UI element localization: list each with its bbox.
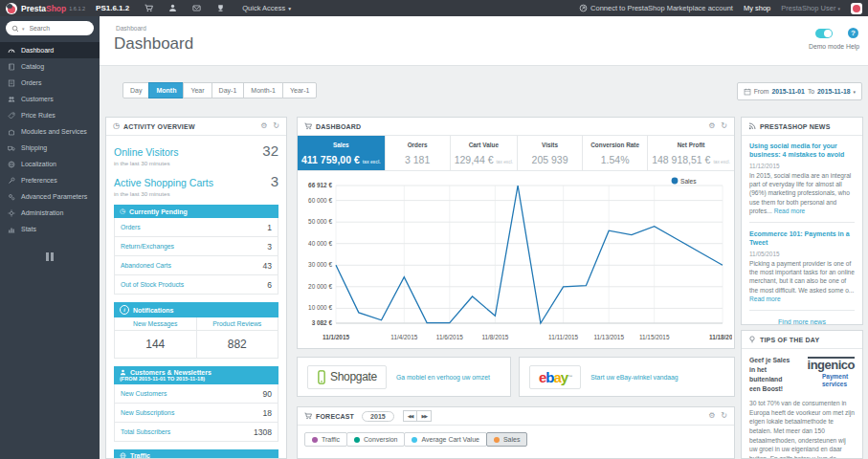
total-subscribers-link[interactable]: Total Subscribers xyxy=(121,428,170,435)
range-day-button[interactable]: Day xyxy=(122,82,149,98)
info-icon: i xyxy=(120,305,129,315)
range-day-1-button[interactable]: Day-1 xyxy=(211,82,245,98)
sales-chart: 3 082 €10 000 €20 000 €30 000 €40 000 €5… xyxy=(298,172,732,348)
quick-access-menu[interactable]: Quick Access ▼ xyxy=(242,4,292,12)
shopgate-link[interactable]: Ga mobiel en verhoog uw omzet xyxy=(396,374,490,381)
svg-text:11/4/2015: 11/4/2015 xyxy=(390,334,417,340)
kpi-orders[interactable]: Orders 3 181 xyxy=(386,136,451,170)
sidebar-item-stats[interactable]: Stats xyxy=(0,221,100,237)
sidebar-item-modules[interactable]: Modules and Services xyxy=(0,123,100,140)
pending-orders-link[interactable]: Orders xyxy=(121,224,141,230)
prestashop-logo-icon xyxy=(6,3,17,14)
product-reviews-link[interactable]: Product Reviews xyxy=(197,317,278,331)
forecast-year-pill[interactable]: 2015 xyxy=(362,411,394,422)
forecast-prev-button[interactable]: ◀◀ xyxy=(403,410,418,422)
topbar: PrestaShop 1.6.1.2 PS1.6.1.2 Quick Acces… xyxy=(0,0,868,16)
page: Dashboard Dashboard Demo mode ? Help Day… xyxy=(100,16,868,459)
new-messages-link[interactable]: New Messages xyxy=(115,317,196,331)
marketplace-connect-link[interactable]: Connect to PrestaShop Marketplace accoun… xyxy=(579,4,733,12)
ingenico-brand-text: ingenico xyxy=(808,357,855,372)
kpi-cart-value[interactable]: Cart Value 129,44 € tax excl. xyxy=(451,136,518,170)
notifications-section: i Notifications New Messages 144 Product… xyxy=(114,302,278,359)
activity-panel-title: ACTIVITY OVERVIEW xyxy=(123,123,195,130)
sidebar-item-label: Catalog xyxy=(21,63,44,70)
sidebar-item-localization[interactable]: Localization xyxy=(0,156,100,172)
date-to-value: 2015-11-18 xyxy=(817,88,850,95)
gear-icon xyxy=(8,209,15,217)
kpi-visits[interactable]: Visits 205 939 xyxy=(518,136,583,170)
sidebar-search[interactable]: ▾ xyxy=(6,21,94,35)
traffic-section: Traffic (FROM 2015-11-01 TO 2015-11-18) … xyxy=(114,449,278,459)
messages-icon[interactable] xyxy=(192,4,201,12)
ebay-link[interactable]: Start uw eBay-winkel vandaag xyxy=(590,374,678,381)
help-label: Help xyxy=(846,43,859,50)
kpi-conversion-rate[interactable]: Conversion Rate 1.54% xyxy=(583,136,648,170)
abandoned-carts-link[interactable]: Abandoned Carts xyxy=(121,262,171,269)
user-menu[interactable]: PrestaShop User ▾ xyxy=(781,4,840,12)
search-scope-caret[interactable]: ▾ xyxy=(22,26,25,32)
sidebar-item-advanced-parameters[interactable]: Advanced Parameters xyxy=(0,188,100,205)
sidebar-item-preferences[interactable]: Preferences xyxy=(0,172,100,188)
user-avatar[interactable] xyxy=(851,3,862,14)
read-more-link[interactable]: Read more xyxy=(774,208,806,214)
toggle-conversion[interactable]: Conversion xyxy=(346,432,405,447)
sidebar-item-price-rules[interactable]: Price Rules xyxy=(0,107,100,123)
sidebar-item-label: Administration xyxy=(21,209,63,216)
kpi-row: Sales 411 759,00 € tax excl. Orders 3 18… xyxy=(298,136,734,171)
svg-text:Sales: Sales xyxy=(680,178,697,185)
dashboard-panel: DASHBOARD ⚙↻ Sales 411 759,00 € tax excl… xyxy=(297,117,735,349)
date-range-picker[interactable]: From 2015-11-01 To 2015-11-18 ▾ xyxy=(737,82,862,100)
help-icon[interactable]: ? xyxy=(848,28,858,38)
news-panel-header: PRESTASHOP NEWS xyxy=(742,118,862,136)
range-month-button[interactable]: Month xyxy=(148,82,184,98)
sales-dot-icon xyxy=(494,437,500,443)
sidebar-item-dashboard[interactable]: Dashboard xyxy=(0,42,100,58)
news-item-title-link[interactable]: Ecommerce 101: Payments in a Tweet xyxy=(749,230,855,248)
sidebar: ▾ Dashboard Catalog Orders Customers Pri… xyxy=(0,16,100,459)
active-carts-link[interactable]: Active Shopping Carts xyxy=(114,177,213,188)
kpi-net-profit[interactable]: Net Profit 148 918,51 € tax excl. xyxy=(648,136,734,170)
svg-text:11/8/2015: 11/8/2015 xyxy=(481,334,508,340)
search-input[interactable] xyxy=(28,24,79,33)
toggle-average-cart-value[interactable]: Average Cart Value xyxy=(404,432,486,447)
demo-mode-toggle[interactable] xyxy=(815,29,833,38)
sidebar-item-orders[interactable]: Orders xyxy=(0,75,100,91)
range-year-1-button[interactable]: Year-1 xyxy=(282,82,317,98)
panel-refresh-icon[interactable]: ↻ xyxy=(721,122,727,130)
my-shop-link[interactable]: My shop xyxy=(744,4,770,12)
range-year-button[interactable]: Year xyxy=(183,82,211,98)
panel-settings-icon[interactable]: ⚙ xyxy=(708,122,715,130)
toggle-traffic[interactable]: Traffic xyxy=(304,432,347,447)
news-item-title-link[interactable]: Using social media for your business: 4 … xyxy=(749,142,855,160)
new-customers-link[interactable]: New Customers xyxy=(121,390,167,397)
sidebar-collapse-button[interactable] xyxy=(44,252,56,261)
out-of-stock-link[interactable]: Out of Stock Products xyxy=(121,281,184,288)
kpi-sales[interactable]: Sales 411 759,00 € tax excl. xyxy=(298,136,386,170)
cart-icon[interactable] xyxy=(145,4,153,12)
trophy-icon[interactable] xyxy=(216,4,225,12)
sidebar-item-administration[interactable]: Administration xyxy=(0,205,100,221)
pending-returns-link[interactable]: Return/Exchanges xyxy=(121,243,174,250)
sidebar-item-customers[interactable]: Customers xyxy=(0,91,100,107)
read-more-link[interactable]: Read more xyxy=(749,295,781,302)
date-from-label: From xyxy=(754,88,769,95)
svg-text:20 000 €: 20 000 € xyxy=(308,283,332,290)
new-subscriptions-link[interactable]: New Subscriptions xyxy=(121,409,174,416)
forecast-next-button[interactable]: ▶▶ xyxy=(416,410,432,422)
range-month-1-button[interactable]: Month-1 xyxy=(243,82,283,98)
sidebar-item-catalog[interactable]: Catalog xyxy=(0,58,100,75)
panel-refresh-icon[interactable]: ↻ xyxy=(273,122,279,130)
sidebar-item-label: Price Rules xyxy=(21,112,56,119)
search-icon xyxy=(11,25,19,33)
find-more-news-link[interactable]: Find more news xyxy=(749,318,855,325)
currently-pending-section: ◷ Currently Pending Orders1 Return/Excha… xyxy=(114,205,278,295)
pending-orders-value: 1 xyxy=(267,223,272,232)
prestashop-admin: PrestaShop 1.6.1.2 PS1.6.1.2 Quick Acces… xyxy=(0,0,868,459)
panel-refresh-icon[interactable]: ↻ xyxy=(721,412,727,420)
sidebar-item-shipping[interactable]: Shipping xyxy=(0,140,100,156)
customer-icon[interactable] xyxy=(168,4,177,12)
toggle-sales[interactable]: Sales xyxy=(486,432,528,447)
online-visitors-link[interactable]: Online Visitors xyxy=(114,146,179,158)
panel-settings-icon[interactable]: ⚙ xyxy=(708,412,715,420)
panel-settings-icon[interactable]: ⚙ xyxy=(260,122,267,130)
